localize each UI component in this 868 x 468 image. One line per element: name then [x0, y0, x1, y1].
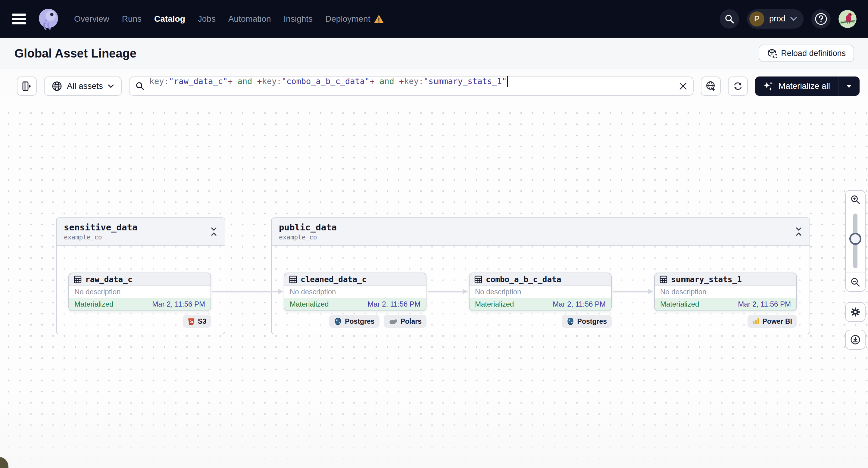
text-cursor: [507, 76, 508, 87]
asset-description: No description: [660, 288, 706, 296]
zoom-slider-thumb[interactable]: [849, 233, 861, 245]
asset-name: raw_data_c: [85, 275, 132, 284]
gear-icon: [850, 307, 861, 317]
nav-item-jobs[interactable]: Jobs: [198, 14, 216, 24]
environment-avatar: P: [749, 11, 765, 27]
collapse-group-button[interactable]: [795, 227, 802, 236]
zoom-out-icon: [850, 277, 860, 287]
kind-badge-powerbi[interactable]: Power BI: [747, 315, 797, 327]
asset-status: Materialized: [475, 300, 514, 308]
asset-node-cleaned-data-c[interactable]: cleaned_data_c No description Materializ…: [284, 273, 427, 311]
asset-scope-label: All assets: [67, 81, 103, 91]
nav-item-runs[interactable]: Runs: [122, 14, 142, 24]
navbar-right: P prod: [720, 9, 857, 29]
canvas-bottom-fade: [0, 390, 868, 468]
s3-bucket-icon: [188, 317, 195, 325]
globe-plus-icon: [705, 81, 716, 92]
menu-icon[interactable]: [12, 13, 26, 24]
help-button[interactable]: [811, 9, 831, 29]
zoom-in-button[interactable]: [846, 191, 865, 209]
asset-status: Materialized: [660, 300, 699, 308]
asset-status: Materialized: [74, 300, 113, 308]
asset-description: No description: [290, 288, 336, 296]
clear-search-button[interactable]: [679, 82, 687, 90]
help-icon: [814, 12, 828, 26]
asset-name: combo_a_b_c_data: [486, 275, 561, 284]
asset-description: No description: [74, 288, 121, 296]
zoom-control-panel: [845, 190, 866, 292]
materialize-all-button-group: Materialize all: [755, 76, 860, 96]
materialize-options-caret[interactable]: [838, 76, 860, 96]
table-icon: [74, 276, 82, 283]
asset-badges-summary-stats-1: Power BI: [654, 315, 797, 327]
chevron-down-icon: [790, 17, 797, 21]
group-location: example_co: [279, 234, 337, 241]
nav-item-insights[interactable]: Insights: [284, 14, 313, 24]
group-header[interactable]: public_data example_co: [272, 218, 810, 246]
group-header[interactable]: sensitive_data example_co: [57, 218, 225, 246]
asset-status: Materialized: [290, 300, 329, 308]
corner-artifact: [0, 457, 8, 468]
top-navbar: Overview Runs Catalog Jobs Automation In…: [0, 0, 868, 38]
reload-definitions-icon: [767, 49, 777, 58]
reload-definitions-button[interactable]: Reload definitions: [759, 44, 854, 62]
collapse-icon: [795, 227, 802, 236]
zoom-out-button[interactable]: [846, 273, 865, 291]
asset-node-summary-stats-1[interactable]: summary_stats_1 No description Materiali…: [654, 273, 797, 311]
group-location: example_co: [64, 234, 137, 241]
page-title: Global Asset Lineage: [14, 47, 136, 60]
postgres-icon: [334, 317, 342, 325]
user-avatar[interactable]: [838, 10, 857, 28]
page-header: Global Asset Lineage Reload definitions: [0, 38, 868, 69]
asset-timestamp[interactable]: Mar 2, 11:56 PM: [553, 300, 606, 308]
toggle-sidebar-button[interactable]: [17, 76, 37, 96]
asset-timestamp[interactable]: Mar 2, 11:56 PM: [738, 300, 791, 308]
chevron-down-icon: [108, 84, 114, 88]
avatar-bird-image: [838, 10, 857, 28]
asset-selection-query: key:"raw_data_c"+ and +key:"combo_a_b_c_…: [149, 76, 674, 96]
materialize-all-button[interactable]: Materialize all: [755, 81, 838, 92]
sparkles-icon: [763, 81, 774, 92]
caret-down-icon: [846, 84, 852, 88]
asset-badges-combo-a-b-c-data: Postgres: [469, 315, 612, 327]
nav-item-overview[interactable]: Overview: [74, 14, 109, 24]
edge-raw-to-cleaned: [212, 291, 279, 292]
dagster-logo-icon[interactable]: [35, 6, 61, 32]
download-image-button[interactable]: [845, 330, 866, 350]
nav-items: Overview Runs Catalog Jobs Automation In…: [74, 14, 384, 24]
environment-switcher[interactable]: P prod: [747, 9, 804, 29]
globe-icon: [52, 81, 62, 91]
zoom-in-icon: [850, 195, 860, 205]
asset-description: No description: [475, 288, 521, 296]
asset-scope-dropdown[interactable]: All assets: [44, 76, 122, 96]
graph-settings-button[interactable]: [845, 302, 866, 322]
kind-badge-postgres[interactable]: Postgres: [562, 315, 612, 327]
lineage-graph-canvas[interactable]: sensitive_data example_co public_data ex…: [0, 103, 868, 468]
warning-icon: [374, 14, 384, 24]
collapse-group-button[interactable]: [210, 227, 217, 236]
search-icon: [135, 82, 145, 91]
nav-item-deployment[interactable]: Deployment: [325, 14, 384, 24]
zoom-slider[interactable]: [846, 209, 865, 273]
asset-node-combo-a-b-c-data[interactable]: combo_a_b_c_data No description Material…: [469, 273, 612, 311]
postgres-icon: [566, 317, 575, 325]
powerbi-icon: [752, 318, 760, 325]
collapse-icon: [210, 227, 217, 236]
view-global-lineage-button[interactable]: [701, 76, 721, 96]
asset-timestamp[interactable]: Mar 2, 11:56 PM: [152, 300, 205, 308]
search-button[interactable]: [720, 9, 739, 29]
kind-badge-s3[interactable]: S3: [183, 315, 211, 327]
asset-node-raw-data-c[interactable]: raw_data_c No description Materialized M…: [68, 273, 211, 311]
asset-badges-raw-data-c: S3: [68, 315, 211, 327]
asset-timestamp[interactable]: Mar 2, 11:56 PM: [367, 300, 421, 308]
kind-badge-polars[interactable]: Polars: [384, 315, 427, 327]
kind-badge-postgres[interactable]: Postgres: [329, 315, 379, 327]
asset-search-input[interactable]: key:"raw_data_c"+ and +key:"combo_a_b_c_…: [129, 76, 693, 96]
refresh-button[interactable]: [728, 76, 748, 96]
panel-expand-icon: [22, 81, 31, 91]
polars-icon: [389, 318, 398, 325]
nav-item-automation[interactable]: Automation: [228, 14, 271, 24]
lineage-toolbar: All assets key:"raw_data_c"+ and +key:"c…: [0, 69, 868, 103]
nav-item-catalog[interactable]: Catalog: [154, 14, 185, 24]
asset-name: cleaned_data_c: [301, 275, 367, 284]
